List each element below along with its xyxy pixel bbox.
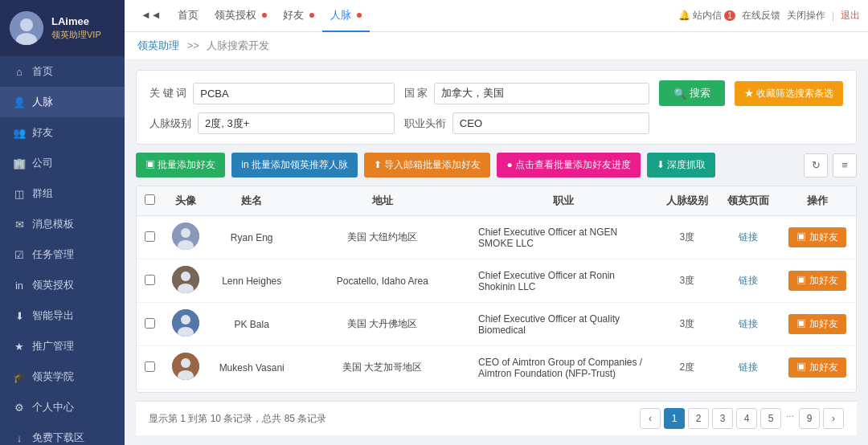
- pagination-bar: 显示第 1 到第 10 条记录，总共 85 条记录 ‹ 12345...9 ›: [136, 401, 857, 435]
- sidebar-item-company[interactable]: 🏢公司: [0, 148, 125, 178]
- top-nav-friends[interactable]: 好友: [275, 0, 322, 32]
- country-label: 国 家: [404, 86, 428, 100]
- deep-crawl-btn[interactable]: ⬇ 深度抓取: [647, 153, 715, 178]
- refresh-btn[interactable]: ↻: [804, 153, 828, 178]
- page-btn-9[interactable]: 9: [799, 408, 820, 429]
- col-checkbox: [137, 186, 163, 216]
- table-row: Lenn Heighes Pocatello, Idaho Area Chief…: [137, 259, 856, 303]
- add-friend-btn-1[interactable]: ▣ 加好友: [788, 227, 845, 247]
- row-link-2[interactable]: 链接: [718, 259, 779, 303]
- page-btn-1[interactable]: 1: [664, 408, 685, 429]
- sidebar-item-academy[interactable]: 🎓领英学院: [0, 361, 125, 392]
- row-job-5: Chief Executive Officer at Floor Interio…: [470, 390, 657, 394]
- job-input[interactable]: [452, 112, 649, 134]
- bulk-add-linkedin-btn[interactable]: in 批量添加领英推荐人脉: [231, 153, 358, 178]
- user-subtitle: 领英助理VIP: [51, 29, 101, 41]
- country-input[interactable]: [434, 83, 649, 104]
- linkedin-auth-dot: [262, 13, 267, 18]
- breadcrumb: 领英助理 >> 人脉搜索开发: [125, 32, 868, 60]
- nav-back[interactable]: ◄◄: [133, 0, 170, 32]
- station-msg-btn[interactable]: 🔔 站内信 1: [678, 9, 735, 22]
- sidebar-item-linkedin[interactable]: in领英授权: [0, 270, 125, 300]
- row-checkbox-3[interactable]: [137, 303, 163, 346]
- row-degree-5: 3度: [657, 390, 718, 394]
- groups-icon: ◫: [13, 188, 26, 200]
- sidebar-item-download[interactable]: ↓免费下载区: [0, 423, 125, 445]
- top-nav: ◄◄ 首页领英授权好友人脉 🔔 站内信 1 在线反馈 关闭操作 | 退出: [125, 0, 868, 32]
- list-view-btn[interactable]: ≡: [833, 153, 857, 178]
- sidebar-item-messages[interactable]: ✉消息模板: [0, 209, 125, 239]
- row-avatar-2: [163, 259, 209, 303]
- select-all-checkbox[interactable]: [145, 194, 155, 205]
- search-button[interactable]: 🔍 搜索: [659, 80, 725, 106]
- keyword-input[interactable]: [193, 83, 395, 104]
- download-icon: ↓: [13, 432, 26, 444]
- add-friend-btn-2[interactable]: ▣ 加好友: [788, 271, 845, 291]
- top-nav-contacts[interactable]: 人脉: [322, 0, 370, 32]
- row-link-1[interactable]: 链接: [718, 216, 779, 259]
- add-friend-btn-3[interactable]: ▣ 加好友: [788, 314, 845, 334]
- col-avatar: 头像: [163, 186, 209, 216]
- prev-page-btn[interactable]: ‹: [640, 408, 661, 429]
- profile-icon: ⚙: [13, 402, 26, 414]
- row-action-3: ▣ 加好友: [779, 303, 856, 346]
- row-avatar-1: [163, 216, 209, 259]
- row-address-2: Pocatello, Idaho Area: [295, 259, 471, 303]
- sidebar-item-contacts[interactable]: 👤人脉: [0, 87, 125, 117]
- collect-button[interactable]: ★ 收藏筛选搜索条选: [735, 81, 843, 106]
- breadcrumb-root[interactable]: 领英助理: [137, 39, 179, 51]
- degree-input[interactable]: [198, 112, 395, 134]
- page-btn-2[interactable]: 2: [688, 408, 709, 429]
- job-label: 职业头衔: [404, 116, 446, 131]
- page-btn-4[interactable]: 4: [736, 408, 757, 429]
- row-checkbox-1[interactable]: [137, 216, 163, 259]
- sidebar-header: LAimee 领英助理VIP: [0, 0, 125, 56]
- breadcrumb-current: 人脉搜索开发: [207, 39, 269, 51]
- row-checkbox-5[interactable]: [137, 390, 163, 394]
- sidebar-item-profile[interactable]: ⚙个人中心: [0, 392, 125, 423]
- smart-icon: ⬇: [13, 310, 26, 322]
- col-job: 职业: [470, 186, 657, 216]
- check-progress-btn[interactable]: ● 点击查看批量添加好友进度: [497, 153, 641, 178]
- table-row: Mukesh Vasani 美国 大芝加哥地区 CEO of Aimtron G…: [137, 346, 856, 390]
- top-nav-linkedin-auth[interactable]: 领英授权: [207, 0, 275, 32]
- bulk-add-friends-btn[interactable]: ▣ 批量添加好友: [136, 153, 225, 178]
- company-icon: 🏢: [13, 157, 26, 169]
- page-btn-3[interactable]: 3: [712, 408, 733, 429]
- row-link-4[interactable]: 链接: [718, 346, 779, 390]
- page-btn-5[interactable]: 5: [760, 408, 781, 429]
- home-icon: ⌂: [13, 66, 26, 78]
- keyword-label: 关 键 词: [149, 86, 186, 100]
- feedback-btn[interactable]: 在线反馈: [742, 9, 780, 22]
- row-checkbox-2[interactable]: [137, 259, 163, 303]
- sidebar-item-smart[interactable]: ⬇智能导出: [0, 300, 125, 331]
- top-nav-home[interactable]: 首页: [170, 0, 207, 32]
- row-address-4: 美国 大芝加哥地区: [295, 346, 471, 390]
- row-name-4: Mukesh Vasani: [209, 346, 295, 390]
- row-link-5[interactable]: 链接: [718, 390, 779, 394]
- row-link-3[interactable]: 链接: [718, 303, 779, 346]
- row-action-5: ▣ 加好友: [779, 390, 856, 394]
- col-address: 地址: [295, 186, 471, 216]
- row-address-1: 美国 大纽约地区: [295, 216, 471, 259]
- search-bar: 关 键 词 国 家 🔍 搜索 ★ 收藏筛选搜索条选 人脉级别 职业头衔: [136, 70, 857, 145]
- table-row: ALEX MARIN Tampa/St. Petersburg, Florida…: [137, 390, 856, 394]
- close-op-btn[interactable]: 关闭操作: [787, 9, 825, 22]
- row-checkbox-4[interactable]: [137, 346, 163, 390]
- svg-point-13: [181, 358, 190, 368]
- sidebar-item-groups[interactable]: ◫群组: [0, 178, 125, 209]
- row-action-2: ▣ 加好友: [779, 259, 856, 303]
- sidebar-item-friends[interactable]: 👥好友: [0, 117, 125, 148]
- sidebar-item-home[interactable]: ⌂首页: [0, 56, 125, 87]
- results-table: 头像 姓名 地址 职业 人脉级别 领英页面 操作: [136, 186, 857, 393]
- import-email-btn[interactable]: ⬆ 导入邮箱批量添加好友: [364, 153, 490, 178]
- row-job-1: Chief Executive Officer at NGEN SMOKE LL…: [470, 216, 657, 259]
- exit-btn[interactable]: 退出: [841, 9, 860, 22]
- row-name-5: ALEX MARIN: [209, 390, 295, 394]
- sidebar-item-promote[interactable]: ★推广管理: [0, 331, 125, 361]
- row-action-1: ▣ 加好友: [779, 216, 856, 259]
- next-page-btn[interactable]: ›: [823, 408, 844, 429]
- sidebar-item-tasks[interactable]: ☑任务管理: [0, 239, 125, 270]
- row-address-3: 美国 大丹佛地区: [295, 303, 471, 346]
- add-friend-btn-4[interactable]: ▣ 加好友: [788, 357, 845, 378]
